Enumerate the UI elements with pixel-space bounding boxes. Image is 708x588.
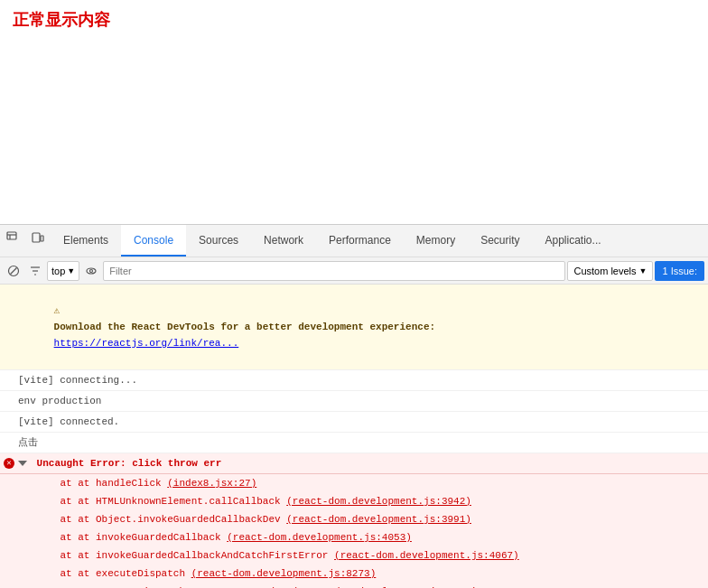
- error-stack-line: at at handleClick (index8.jsx:27): [0, 474, 708, 492]
- tab-application[interactable]: Applicatio...: [533, 225, 614, 257]
- error-stack-line: at at invokeGuardedCallback (react-dom.d…: [0, 528, 708, 546]
- eye-icon[interactable]: [81, 261, 101, 281]
- console-line-vite-connecting: [vite] connecting...: [0, 370, 708, 391]
- stack-link[interactable]: (react-dom.development.js:4067): [334, 550, 519, 561]
- custom-levels-button[interactable]: Custom levels ▼: [567, 261, 653, 281]
- svg-rect-4: [41, 236, 43, 241]
- console-output: ⚠ Download the React DevTools for a bett…: [0, 285, 708, 588]
- device-toggle-icon[interactable]: [25, 225, 51, 250]
- react-devtools-link[interactable]: https://reactjs.org/link/rea...: [54, 338, 239, 349]
- page-title: 正常显示内容: [13, 11, 110, 29]
- error-stack-line: at at processDispatchQueueItemsInOrder (…: [0, 583, 708, 588]
- expand-arrow-icon: [18, 461, 27, 466]
- svg-point-10: [87, 268, 96, 274]
- console-error-block: ✕ Uncaught Error: click throw err at at …: [0, 453, 708, 588]
- issues-button[interactable]: 1 Issue:: [655, 261, 704, 281]
- error-stack-line: at at executeDispatch (react-dom.develop…: [0, 565, 708, 583]
- tab-performance[interactable]: Performance: [316, 225, 404, 257]
- svg-rect-3: [33, 233, 40, 242]
- stack-link[interactable]: (react-dom.development.js:4053): [227, 532, 412, 543]
- tab-sources[interactable]: Sources: [186, 225, 251, 257]
- tab-memory[interactable]: Memory: [404, 225, 468, 257]
- context-label: top: [51, 266, 65, 276]
- console-toolbar: top ▼ Custom levels ▼ 1 Issue:: [0, 257, 708, 285]
- error-indicator-icon: ✕: [4, 458, 14, 469]
- filter-icon[interactable]: [25, 261, 45, 281]
- svg-point-11: [90, 269, 93, 272]
- filter-input[interactable]: [103, 261, 565, 281]
- stack-link[interactable]: (react-dom.development.js:3991): [286, 514, 471, 525]
- inspect-element-icon[interactable]: [0, 225, 25, 250]
- context-dropdown-icon: ▼: [67, 266, 75, 275]
- page-content: 正常显示内容: [0, 0, 708, 224]
- custom-levels-dropdown-icon: ▼: [639, 266, 647, 275]
- clear-console-icon[interactable]: [4, 261, 23, 281]
- tab-elements[interactable]: Elements: [51, 225, 121, 257]
- console-warning-line: ⚠ Download the React DevTools for a bett…: [0, 285, 708, 370]
- svg-line-6: [11, 267, 17, 274]
- console-line-vite-connected: [vite] connected.: [0, 412, 708, 433]
- tab-security[interactable]: Security: [468, 225, 532, 257]
- error-stack-line: at at Object.invokeGuardedCallbackDev (r…: [0, 510, 708, 528]
- warning-text: Download the React DevTools for a better…: [54, 322, 442, 332]
- stack-link[interactable]: (index8.jsx:27): [167, 478, 256, 489]
- svg-rect-0: [7, 232, 16, 239]
- stack-link[interactable]: (react-dom.development.js:3942): [286, 496, 471, 507]
- error-stack-line: at at invokeGuardedCallbackAndCatchFirst…: [0, 546, 708, 565]
- error-header[interactable]: ✕ Uncaught Error: click throw err: [0, 453, 708, 474]
- stack-link[interactable]: (react-dom.development.js:8273): [191, 568, 377, 579]
- error-stack: at at handleClick (index8.jsx:27) at at …: [0, 474, 708, 588]
- devtools-tabs: Elements Console Sources Network Perform…: [0, 225, 708, 257]
- tab-console[interactable]: Console: [121, 225, 186, 257]
- tab-network[interactable]: Network: [251, 225, 316, 257]
- warning-icon: ⚠: [54, 305, 66, 316]
- error-stack-line: at at HTMLUnknownElement.callCallback (r…: [0, 492, 708, 510]
- console-line-click: 点击: [0, 433, 708, 453]
- devtools-panel: Elements Console Sources Network Perform…: [0, 224, 708, 588]
- console-line-env: env production: [0, 391, 708, 412]
- context-selector[interactable]: top ▼: [47, 261, 79, 281]
